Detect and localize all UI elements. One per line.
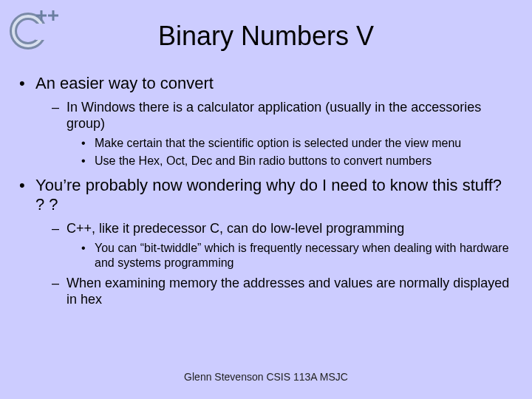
dash-icon: – [52,99,66,115]
bullet-l2: C++, like it predecessor C, can do low-l… [66,220,404,236]
bullet-l3: Use the Hex, Oct, Dec and Bin radio butt… [95,154,432,168]
bullet-l3: You can “bit-twiddle” which is frequentl… [95,241,513,270]
bullet-l2: When examining memory the addresses and … [66,275,513,307]
slide-footer: Glenn Stevenson CSIS 113A MSJC [0,371,532,383]
svg-rect-2 [35,24,50,40]
bullet-icon: • [19,74,35,93]
slide-body: • An easier way to convert – In Windows … [0,74,532,307]
dash-icon: – [52,275,66,291]
bullet-l1: An easier way to convert [35,74,214,93]
bullet-l1: You’re probably now wondering why do I n… [35,176,513,214]
bullet-icon: • [81,136,95,151]
bullet-icon: • [81,154,95,168]
bullet-icon: • [19,176,35,195]
cpp-logo-icon [7,6,59,50]
bullet-icon: • [81,241,95,256]
dash-icon: – [52,220,66,236]
bullet-l2: In Windows there is a calculator applica… [66,99,513,132]
bullet-l3: Make certain that the scientific option … [95,136,461,151]
slide-title: Binary Numbers V [0,0,532,74]
